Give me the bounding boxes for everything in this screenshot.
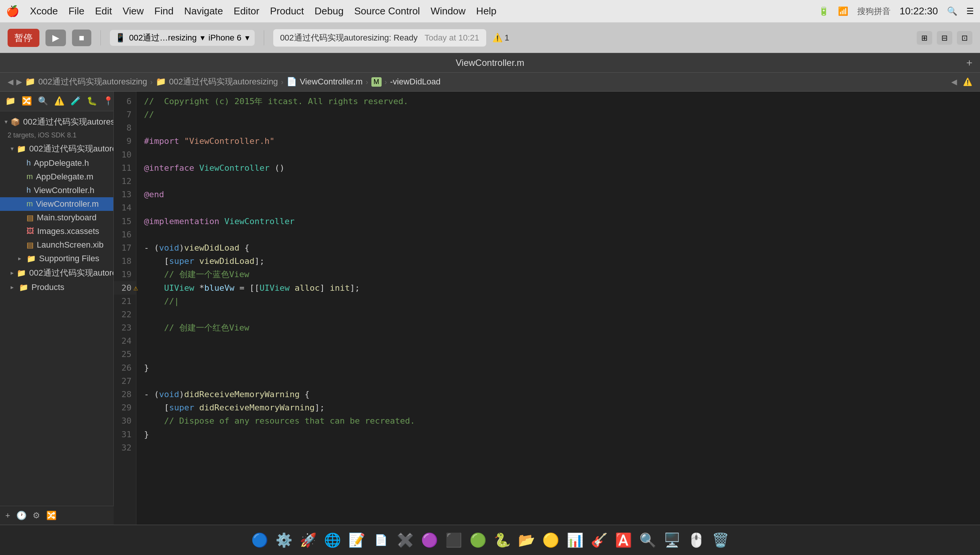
dock-instruments[interactable]: 🎸	[588, 529, 610, 552]
dock-notes[interactable]: 📝	[345, 529, 368, 552]
dock-appstore[interactable]: 🅰️	[612, 529, 635, 552]
nav-launchscreen-xib[interactable]: ▸ ▤ LaunchScreen.xib	[0, 238, 113, 252]
code-line-22	[144, 308, 972, 321]
menu-help[interactable]: Help	[476, 5, 496, 17]
pause-button[interactable]: 暂停	[8, 29, 39, 47]
code-text: ViewController	[200, 161, 269, 175]
breakpoints-nav-icon[interactable]: 📍	[103, 96, 113, 106]
code-text: }	[144, 428, 149, 441]
nav-forward-icon[interactable]: ▶	[16, 77, 22, 86]
breadcrumb-item-2[interactable]: 📁 002通过代码实现autoresizing	[156, 76, 278, 87]
menu-navigate[interactable]: Navigate	[184, 5, 223, 17]
breadcrumb-item-3[interactable]: 📄 ViewController.m	[286, 77, 363, 87]
dock-settings-2[interactable]: 🖱️	[685, 529, 708, 552]
menu-window[interactable]: Window	[431, 5, 465, 17]
dock-wps[interactable]: 📊	[563, 529, 586, 552]
menu-find[interactable]: Find	[154, 5, 174, 17]
nav-back-icon[interactable]: ◀	[8, 77, 13, 86]
breadcrumb-item-1[interactable]: 📁 002通过代码实现autoresizing	[25, 76, 147, 87]
nav-main-storyboard[interactable]: ▸ ▤ Main.storyboard	[0, 211, 113, 225]
dock-spotlight[interactable]: 🔍	[636, 529, 659, 552]
run-button[interactable]: ▶	[45, 29, 66, 46]
nav-appdelegate-m[interactable]: ▸ m AppDelegate.m	[0, 170, 113, 184]
add-file-button[interactable]: +	[5, 511, 10, 521]
notification-icon[interactable]: ☰	[966, 6, 974, 16]
code-line-14	[144, 201, 972, 214]
products-folder-icon: 📁	[19, 283, 29, 292]
battery-icon: 🔋	[819, 6, 829, 16]
menu-edit[interactable]: Edit	[95, 5, 112, 17]
menu-source-control[interactable]: Source Control	[354, 5, 420, 17]
dock-spotify[interactable]: 🟢	[467, 529, 489, 552]
folder-nav-icon[interactable]: 📁	[5, 96, 16, 106]
search-icon[interactable]: 🔍	[947, 6, 957, 16]
vcs-nav-icon[interactable]: 🔀	[22, 96, 32, 106]
line-num-9: 9	[114, 135, 136, 148]
test-nav-icon[interactable]: 🧪	[71, 96, 81, 106]
code-text: *	[194, 281, 204, 295]
menu-product[interactable]: Product	[270, 5, 304, 17]
stop-button[interactable]: ■	[72, 29, 91, 46]
main-folder-icon: 📁	[17, 144, 26, 153]
breadcrumb-item-4[interactable]: M	[372, 77, 381, 87]
dock-finder[interactable]: 🔵	[248, 529, 271, 552]
code-text: ];	[350, 281, 360, 295]
dock-mission-control[interactable]: 🖥️	[661, 529, 683, 552]
code-line-15: @implementation ViewController	[144, 215, 972, 228]
inspector-toggle[interactable]: ⊡	[957, 31, 972, 45]
line-num-11: 11	[114, 161, 136, 175]
nav-images-xcassets[interactable]: ▸ 🖼 Images.xcassets	[0, 225, 113, 238]
dock-trash[interactable]: 🗑️	[709, 529, 732, 552]
menu-xcode[interactable]: Xcode	[30, 5, 58, 17]
menu-file[interactable]: File	[69, 5, 85, 17]
code-text: "ViewController.h"	[184, 135, 274, 148]
menu-editor[interactable]: Editor	[234, 5, 259, 17]
nav-viewcontroller-m[interactable]: ▸ m ViewController.m	[0, 197, 113, 211]
menu-view[interactable]: View	[122, 5, 144, 17]
code-editor[interactable]: // Copyright (c) 2015年 itcast. All right…	[137, 91, 980, 525]
dock-launchpad[interactable]: 🚀	[297, 529, 319, 552]
dock-build-tool[interactable]: 🐍	[491, 529, 513, 552]
dock-app-7[interactable]: 🟡	[539, 529, 562, 552]
dock-safari[interactable]: 🌐	[321, 529, 344, 552]
scheme-selector[interactable]: 📱 002通过…resizing ▾ iPhone 6 ▾	[110, 30, 255, 46]
line-num-26: 26	[114, 361, 136, 374]
navigator-toggle[interactable]: ⊞	[917, 31, 932, 45]
code-text: void	[159, 388, 179, 401]
dock-x-app[interactable]: ✖️	[394, 529, 417, 552]
active-tab-title[interactable]: ViewController.m	[456, 58, 525, 68]
nav-viewcontroller-h[interactable]: ▸ h ViewController.h	[0, 184, 113, 197]
code-container[interactable]: 6 7 8 9 10 11 12 13 14 15 16 17 18 19 20…	[114, 91, 980, 525]
code-text: ];	[254, 254, 264, 268]
code-text: viewDidLoad	[184, 241, 240, 254]
filter-input[interactable]: 🔀	[46, 511, 56, 521]
nav-main-group[interactable]: ▾ 📁 002通过代码实现autoresizing	[0, 141, 113, 156]
nav-appdelegate-h[interactable]: ▸ h AppDelegate.h	[0, 156, 113, 170]
breadcrumb-item-5[interactable]: -viewDidLoad	[390, 77, 440, 87]
add-tab-button[interactable]: +	[966, 57, 972, 69]
search-nav-icon[interactable]: 🔍	[38, 96, 48, 106]
menu-debug[interactable]: Debug	[315, 5, 344, 17]
dock-terminal[interactable]: ⬛	[442, 529, 465, 552]
history-button[interactable]: 🕐	[16, 511, 27, 521]
dock-text-editor[interactable]: 📄	[370, 529, 392, 552]
warning-nav-icon[interactable]: ⚠️	[963, 77, 972, 86]
issues-nav-icon[interactable]: ⚠️	[54, 96, 64, 106]
dock-system-prefs[interactable]: ⚙️	[272, 529, 295, 552]
code-text: {	[240, 241, 250, 254]
nav-tests-group[interactable]: ▸ 📁 002通过代码实现autoresizingTests	[0, 265, 113, 281]
prev-issue-icon[interactable]: ◀	[951, 77, 957, 86]
nav-products-group[interactable]: ▸ 📁 Products	[0, 281, 113, 294]
split-view-btn[interactable]: ⊟	[937, 31, 952, 45]
filter-button[interactable]: ⚙	[32, 511, 40, 521]
warning-badge[interactable]: ⚠️ 1	[492, 33, 509, 43]
dock-filezilla[interactable]: 📂	[515, 529, 538, 552]
nav-supporting-files[interactable]: ▸ 📁 Supporting Files	[0, 252, 113, 265]
products-label: Products	[31, 282, 64, 292]
apple-menu[interactable]: 🍎	[6, 5, 19, 18]
code-text: ViewController	[224, 215, 294, 228]
code-line-13: @end	[144, 188, 972, 201]
nav-root[interactable]: ▾ 📦 002通过代码实现autoresizing	[0, 114, 113, 130]
debug-nav-icon[interactable]: 🐛	[87, 96, 97, 106]
dock-onenote[interactable]: 🟣	[418, 529, 441, 552]
